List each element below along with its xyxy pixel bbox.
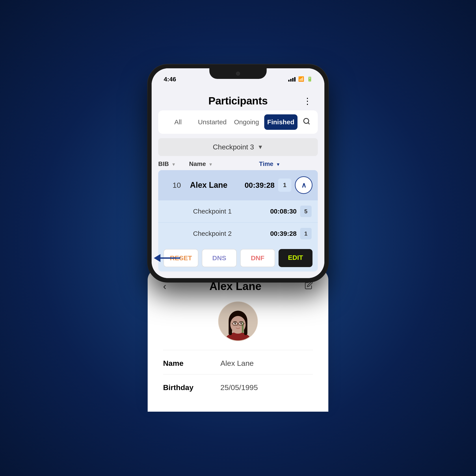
filter-tabs: All Unstarted Ongoing Finished <box>158 110 318 134</box>
arrow-indicator <box>154 254 180 262</box>
arrow-line <box>160 257 180 259</box>
status-bar-area: 4:46 📶 🔋 <box>152 68 324 90</box>
app-screen: Participants ⋮ All Unstarted Ongoing Fin… <box>152 90 324 278</box>
edit-pencil-button[interactable] <box>305 281 313 291</box>
col-header-name[interactable]: Name ▼ <box>189 160 232 168</box>
checkpoint-1-rank: 5 <box>300 206 312 217</box>
tab-finished[interactable]: Finished <box>264 114 298 130</box>
bottom-spacer <box>152 272 324 278</box>
bib-sort-icon: ▼ <box>171 162 176 167</box>
participant-row-main[interactable]: 10 Alex Lane 00:39:28 1 ∧ <box>158 170 318 200</box>
avatar-container <box>163 302 313 341</box>
dnf-button[interactable]: DNF <box>240 249 275 267</box>
action-buttons-area: RESET DNS DNF EDIT <box>158 245 318 272</box>
dns-button[interactable]: DNS <box>202 249 237 267</box>
col-header-time[interactable]: Time ▼ <box>232 160 280 168</box>
menu-button[interactable]: ⋮ <box>303 96 312 106</box>
checkpoint-label: Checkpoint 3 <box>213 143 254 151</box>
svg-point-16 <box>241 323 242 323</box>
phone-frame: 4:46 📶 🔋 Participants ⋮ <box>148 64 328 282</box>
name-value: Alex Lane <box>220 359 313 368</box>
signal-icon <box>288 77 295 82</box>
chevron-up-icon: ∧ <box>301 181 306 189</box>
avatar <box>218 302 258 341</box>
scene: 4:46 📶 🔋 Participants ⋮ <box>139 64 337 412</box>
svg-line-1 <box>308 123 309 124</box>
notch <box>209 68 267 79</box>
checkpoint-2-name: Checkpoint 2 <box>164 230 253 237</box>
participant-rank: 1 <box>278 178 291 192</box>
info-row-birthday: Birthday 25/05/1995 <box>163 381 313 398</box>
search-button[interactable] <box>298 114 315 131</box>
birthday-label: Birthday <box>163 383 207 392</box>
app-header: Participants ⋮ <box>152 90 324 110</box>
arrow-head-icon <box>154 254 160 262</box>
checkpoint-1-name: Checkpoint 1 <box>164 208 253 215</box>
sheet-divider <box>163 350 313 350</box>
col-header-bib[interactable]: BIB ▼ <box>158 160 189 168</box>
battery-icon: 🔋 <box>307 76 312 82</box>
svg-point-15 <box>235 323 236 323</box>
camera <box>236 72 240 76</box>
edit-button[interactable]: EDIT <box>279 249 312 267</box>
detail-sheet: ‹ Alex Lane <box>148 269 328 412</box>
checkpoint-row-1: Checkpoint 1 00:08:30 5 <box>158 200 318 222</box>
info-row-name: Name Alex Lane <box>163 357 313 374</box>
participant-name: Alex Lane <box>190 181 231 190</box>
participant-bib: 10 <box>164 181 190 189</box>
checkpoint-2-time: 00:39:28 <box>253 230 297 237</box>
checkpoint-selector[interactable]: Checkpoint 3 ▼ <box>158 138 318 156</box>
tab-unstarted[interactable]: Unstarted <box>196 114 229 130</box>
wifi-icon: 📶 <box>298 76 304 82</box>
phone-screen: 4:46 📶 🔋 Participants ⋮ <box>152 68 324 278</box>
chevron-down-icon: ▼ <box>258 144 263 151</box>
tab-all[interactable]: All <box>161 114 195 130</box>
checkpoint-2-rank: 1 <box>300 228 312 239</box>
expand-button[interactable]: ∧ <box>295 176 312 194</box>
participant-time: 00:39:28 <box>231 181 274 189</box>
checkpoint-row-2: Checkpoint 2 00:39:28 1 <box>158 222 318 245</box>
tab-ongoing[interactable]: Ongoing <box>230 114 263 130</box>
table-header: BIB ▼ Name ▼ Time ▼ <box>152 156 324 170</box>
back-button[interactable]: ‹ <box>163 281 166 292</box>
checkpoint-1-time: 00:08:30 <box>253 208 297 215</box>
time-sort-icon: ▼ <box>276 162 280 167</box>
avatar-image <box>219 302 257 341</box>
status-time: 4:46 <box>164 74 176 83</box>
birthday-divider <box>163 374 313 374</box>
name-sort-icon: ▼ <box>208 162 213 167</box>
checkpoint-detail-rows: Checkpoint 1 00:08:30 5 Checkpoint 2 00:… <box>158 200 318 245</box>
birthday-value: 25/05/1995 <box>220 383 313 392</box>
page-title: Participants <box>208 95 268 107</box>
name-label: Name <box>163 359 207 368</box>
status-icons: 📶 🔋 <box>288 74 312 82</box>
